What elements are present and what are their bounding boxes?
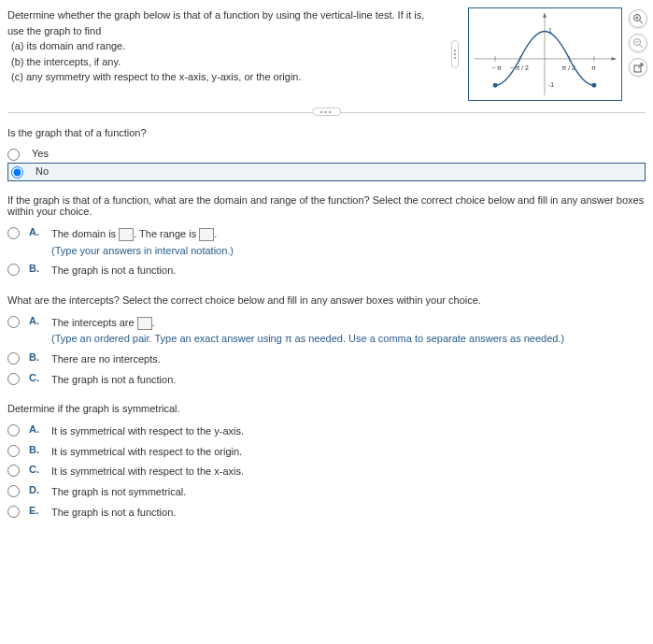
q2-prompt: If the graph is that of a function, what… [7,194,646,217]
q4-section: Determine if the graph is symmetrical. A… [7,403,646,522]
popout-icon[interactable] [629,58,647,77]
svg-text:− π: − π [491,64,502,71]
q3-a-letter: A. [29,315,42,326]
section-divider: ••• [7,112,646,113]
svg-point-15 [591,83,596,88]
intro-c: (c) any symmetry with respect to the x-a… [11,69,442,85]
q3-prompt: What are the intercepts? Select the corr… [7,294,646,306]
q2-b-letter: B. [29,263,42,274]
svg-text:− π / 2: − π / 2 [510,64,529,71]
q1-prompt: Is the graph that of a function? [7,127,646,138]
q4-option-a[interactable]: A. It is symmetrical with respect to the… [7,422,646,442]
q2-a-hint: (Type your answers in interval notation.… [51,245,234,256]
svg-line-17 [640,21,644,24]
q4-option-c[interactable]: C. It is symmetrical with respect to the… [7,462,646,482]
svg-line-21 [640,45,644,49]
svg-text:π: π [591,64,596,71]
q3-b-letter: B. [29,351,42,363]
graph-container: − π − π / 2 π / 2 π 1 -1 [468,7,646,101]
range-input[interactable] [199,228,214,241]
intro-main: Determine whether the graph below is tha… [7,7,442,38]
domain-input[interactable] [119,228,134,241]
q3-radio-a[interactable] [7,316,20,328]
q4-c-text: It is symmetrical with respect to the x-… [51,464,646,480]
q3-b-text: There are no intercepts. [51,351,646,368]
zoom-in-icon[interactable] [629,9,647,28]
q3-c-letter: C. [29,372,42,383]
q4-b-text: It is symmetrical with respect to the or… [51,444,646,461]
zoom-out-icon[interactable] [629,34,647,52]
q1-yes-label: Yes [29,148,49,159]
q1-radio-no[interactable] [11,166,23,179]
q3-c-text: The graph is not a function. [51,372,646,389]
intro-b: (b) the intercepts, if any. [11,54,442,70]
q4-radio-c[interactable] [7,465,20,477]
svg-text:-1: -1 [548,81,554,88]
svg-marker-3 [543,13,547,18]
q4-c-letter: C. [29,464,42,475]
q2-a-text: The domain is . The range is . (Type you… [51,226,646,259]
q3-option-b[interactable]: B. There are no intercepts. [7,350,646,370]
svg-point-14 [493,83,498,88]
q2-radio-b[interactable] [7,264,20,276]
q4-option-e[interactable]: E. The graph is not a function. [7,503,646,523]
intercepts-input[interactable] [137,317,152,330]
q2-radio-a[interactable] [7,227,20,239]
q4-option-d[interactable]: D. The graph is not symmetrical. [7,482,646,503]
resize-handle[interactable] [451,40,459,68]
q3-radio-b[interactable] [7,352,20,365]
q4-prompt: Determine if the graph is symmetrical. [7,403,646,414]
q4-option-b[interactable]: B. It is symmetrical with respect to the… [7,442,646,463]
q1-section: Is the graph that of a function? Yes No [7,127,646,181]
q2-section: If the graph is that of a function, what… [7,194,646,281]
q4-d-text: The graph is not symmetrical. [51,484,646,501]
q4-d-letter: D. [29,484,42,495]
q2-a-letter: A. [29,226,42,237]
graph-toolbar [629,9,647,77]
q2-option-b[interactable]: B. The graph is not a function. [7,261,646,281]
q3-section: What are the intercepts? Select the corr… [7,294,646,390]
q1-no-label: No [33,165,49,177]
q4-radio-d[interactable] [7,485,20,497]
question-text: Determine whether the graph below is tha… [7,7,442,101]
q4-e-letter: E. [29,505,42,516]
q3-a-hint: (Type an ordered pair. Type an exact ans… [51,333,564,344]
q4-b-letter: B. [29,444,42,455]
ellipsis-handle-icon[interactable]: ••• [312,107,341,116]
q3-option-a[interactable]: A. The intercepts are . (Type an ordered… [7,313,646,350]
q3-radio-c[interactable] [7,373,20,385]
q4-a-letter: A. [29,423,42,435]
q3-a-text: The intercepts are . (Type an ordered pa… [51,315,646,348]
q1-radio-yes[interactable] [7,149,20,161]
graph-plot: − π − π / 2 π / 2 π 1 -1 [468,7,622,101]
svg-marker-1 [612,57,617,61]
q4-radio-e[interactable] [7,506,20,518]
q4-e-text: The graph is not a function. [51,505,646,522]
cosine-graph: − π − π / 2 π / 2 π 1 -1 [469,8,621,100]
q1-option-no[interactable]: No [7,163,646,181]
q2-b-text: The graph is not a function. [51,263,646,279]
q1-option-yes[interactable]: Yes [7,146,646,163]
q3-option-c[interactable]: C. The graph is not a function. [7,370,646,391]
q2-option-a[interactable]: A. The domain is . The range is . (Type … [7,224,646,261]
intro-a: (a) its domain and range. [11,38,442,54]
q4-radio-b[interactable] [7,445,20,457]
q4-radio-a[interactable] [7,424,20,436]
q4-a-text: It is symmetrical with respect to the y-… [51,423,646,440]
question-header: Determine whether the graph below is tha… [7,7,646,101]
